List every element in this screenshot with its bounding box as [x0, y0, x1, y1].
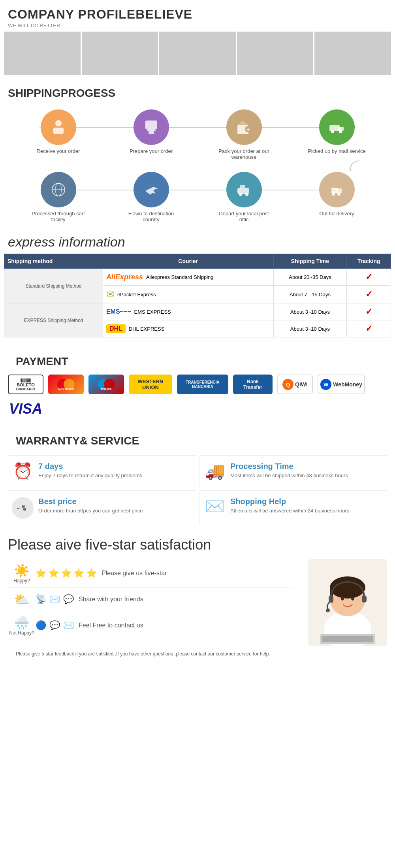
warranty-7days-heading: 7 days	[38, 462, 142, 471]
payment-title: PAYMENT	[8, 351, 387, 370]
star-icons: ⭐ ⭐ ⭐ ⭐ ⭐	[36, 568, 97, 578]
method-express: EXPRESS Shipping Method	[4, 303, 103, 337]
col-tracking: Tracking	[347, 254, 391, 269]
not-happy-icon: 🌧️ Not Happy?	[8, 615, 36, 636]
step-receive-icon	[41, 109, 76, 145]
time-ems: About 3~10 Days	[273, 303, 347, 320]
payment-westernunion: WESTERNUNION	[129, 375, 172, 394]
payment-banktransfer: BankTransfer	[233, 375, 273, 394]
ems-logo: EMS~~~	[106, 308, 131, 315]
tracking-epacket: ✓	[347, 286, 391, 303]
tracking-aliexpress: ✓	[347, 269, 391, 286]
svg-rect-2	[145, 121, 157, 129]
dhl-name: DHL EXPRESS	[129, 326, 165, 332]
svg-rect-4	[149, 131, 154, 134]
step-outfordelivery-icon	[319, 172, 355, 207]
step-outfordelivery: Out for delivery	[307, 172, 367, 217]
company-photo-4	[237, 32, 314, 75]
step-pickup-icon	[319, 109, 355, 145]
fivestar-row-contact: 🌧️ Not Happy? 🔵 💬 ✉️ Feel Free to contac…	[8, 611, 292, 640]
svg-rect-43	[322, 636, 373, 642]
happy-icon: ☀️ Happy?	[8, 563, 36, 584]
svg-text:Maestro: Maestro	[101, 388, 112, 390]
express-title: express information	[0, 230, 395, 254]
col-courier: Courier	[103, 254, 273, 269]
warranty-shopping: ✉️ Shopping Help All emails will be answ…	[199, 490, 387, 525]
aliexpress-logo: AliExpress	[106, 273, 143, 281]
courier-ems: EMS~~~ EMS EXPRESS	[103, 303, 273, 320]
cs-person-svg	[308, 559, 387, 646]
payment-qiwi: Q QIWI	[277, 375, 313, 394]
courier-epacket: ✉ ePacket Express	[103, 286, 273, 303]
fivestar-row-share: ⛅ 📡 ✉️ 💬 Share with your friends	[8, 588, 292, 611]
ems-name: EMS EXPRESS	[134, 309, 171, 315]
time-dhl: About 3~10 Days	[273, 320, 347, 337]
svg-rect-40	[362, 595, 367, 603]
step-receive-label: Receive your order	[37, 148, 80, 154]
step-depart-label: Depart your local post offic	[214, 211, 274, 222]
warranty-shopping-heading: Shopping Help	[230, 497, 349, 506]
company-photo-2	[82, 32, 158, 75]
step-flown: Flown to destination country	[122, 172, 181, 222]
company-header: COMPANY PROFILEBELIEVE WE WILL DO BETTER	[0, 0, 395, 32]
step-prepare-label: Prepare your order	[130, 148, 173, 154]
payment-mastercard: MasterCard	[48, 375, 84, 394]
svg-point-41	[326, 608, 330, 612]
fivestar-give-text: Please give us five-star	[102, 570, 167, 577]
ems-courier: EMS~~~ EMS EXPRESS	[106, 308, 270, 315]
warranty-shopping-icon: ✉️	[204, 497, 226, 516]
step-pack: Pack your order at our warehouse	[214, 109, 274, 160]
warranty-7days-text: Enjoy 7 days to returm if any quality pr…	[38, 473, 142, 478]
cs-person-wrap	[308, 559, 387, 646]
warranty-title: WARRANTY& SERVICE	[8, 431, 387, 449]
payment-transferencia: TRANSFERENCIABANCARIA	[177, 375, 228, 394]
fivestar-contact-text: Feel Free to contact us	[79, 622, 143, 629]
svg-rect-18	[337, 188, 342, 193]
warranty-processing-icon: 🚚	[204, 462, 226, 480]
shipping-table: Shipping method Courier Shipping Time Tr…	[4, 254, 391, 337]
dhl-logo: DHL	[106, 324, 126, 333]
epacket-logo: ✉	[106, 289, 114, 300]
svg-text:MasterCard: MasterCard	[58, 388, 74, 390]
tracking-dhl: ✓	[347, 320, 391, 337]
warranty-7days-icon: ⏰	[12, 462, 34, 480]
company-subtitle: WE WILL DO BETTER	[8, 23, 387, 28]
payment-visa: VISA	[8, 399, 43, 419]
svg-rect-1	[53, 128, 64, 134]
warranty-processing: 🚚 Processing Time Most items will be shi…	[199, 455, 387, 486]
shipping-progress-section: SHIPPINGPROGESS Receive your order Prepa…	[0, 83, 395, 230]
shipping-progress-title: SHIPPINGPROGESS	[0, 83, 395, 102]
svg-rect-20	[240, 185, 245, 188]
payment-maestro: Maestro	[88, 375, 124, 394]
svg-point-38	[351, 597, 354, 601]
warranty-shopping-content: Shopping Help All emails will be answere…	[230, 497, 349, 514]
step-depart: Depart your local post offic	[214, 172, 274, 222]
warranty-section: WARRANTY& SERVICE ⏰ 7 days Enjoy 7 days …	[0, 425, 395, 531]
warranty-processing-text: Most items will be shipped within 48 bus…	[230, 473, 348, 478]
aliexpress-name: Aliexpress Standard Shipping	[146, 274, 214, 280]
step-processed: Processed through sort facility	[29, 172, 88, 222]
aliexpress-courier: AliExpress Aliexpress Standard Shipping	[106, 273, 270, 281]
warranty-bestprice-content: Best price Order more than 50pcs you can…	[38, 497, 143, 514]
col-time: Shipping Time	[273, 254, 347, 269]
warranty-grid: ⏰ 7 days Enjoy 7 days to returm if any q…	[8, 455, 387, 525]
col-method: Shipping method	[4, 254, 103, 269]
time-epacket: About 7 - 15 Days	[273, 286, 347, 303]
svg-point-16	[332, 192, 335, 196]
svg-point-37	[341, 597, 344, 601]
warranty-bestprice-text: Order more than 50pcs you can get best p…	[38, 508, 143, 514]
share-icon-3: 💬	[63, 594, 74, 604]
share-weather-icon: ⛅	[8, 592, 36, 607]
step-prepare-icon	[134, 109, 169, 145]
step-outfordelivery-label: Out for delivery	[319, 211, 354, 217]
payment-webmoney: W WebMoney	[318, 375, 365, 394]
step-flown-icon	[134, 172, 169, 207]
contact-icon-1: 🔵	[36, 620, 46, 631]
warranty-bestprice: -﹪ Best price Order more than 50pcs you …	[8, 490, 196, 525]
courier-aliexpress: AliExpress Aliexpress Standard Shipping	[103, 269, 273, 286]
warranty-bestprice-heading: Best price	[38, 497, 143, 506]
fivestar-content: ☀️ Happy? ⭐ ⭐ ⭐ ⭐ ⭐ Please give us five-…	[8, 559, 387, 646]
shipping-progress: Receive your order Prepare your order Pa…	[0, 102, 395, 230]
step-flown-label: Flown to destination country	[122, 211, 181, 222]
time-aliexpress: About 20~35 Days	[273, 269, 347, 286]
